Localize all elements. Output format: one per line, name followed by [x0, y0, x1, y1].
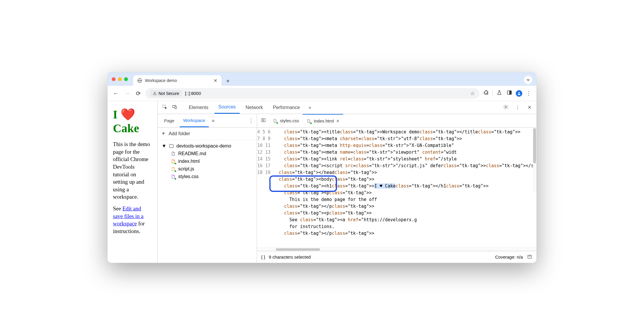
address-bar[interactable]: ⚠ Not Secure [::]:8000 ☆ — [145, 88, 480, 99]
browser-window: Workspace demo ✕ + ← → ⟳ ⚠ Not Secure [:… — [107, 72, 537, 263]
line-gutter: 4 5 6 7 8 9 10 11 12 13 14 15 16 17 18 1… — [257, 128, 273, 247]
globe-icon — [137, 78, 142, 83]
tree-file[interactable]: styles.css — [168, 173, 255, 180]
file-name: styles.css — [178, 174, 198, 179]
more-tabs-icon[interactable]: » — [306, 105, 314, 110]
file-tree: ▼ devtools-workspace-demo README.md inde… — [158, 140, 257, 183]
svg-point-6 — [505, 106, 507, 108]
nav-tab-page[interactable]: Page — [161, 114, 178, 127]
code-content[interactable]: class="tk-tag"><titleclass="tk-tag">>Wor… — [273, 128, 536, 247]
page-paragraph-1: This is the demo page for the official C… — [113, 140, 152, 201]
devtools-close-icon[interactable]: ✕ — [525, 105, 533, 110]
tree-file[interactable]: README.md — [168, 150, 255, 158]
divider — [493, 91, 493, 96]
security-label: Not Secure — [159, 91, 179, 96]
browser-toolbar: ← → ⟳ ⚠ Not Secure [::]:8000 ☆ ⋮ — [108, 86, 536, 101]
devtools-menu-icon[interactable]: ⋮ — [513, 105, 522, 110]
add-folder-button[interactable]: + Add folder — [158, 128, 257, 140]
file-icon — [171, 174, 176, 179]
close-window-icon[interactable] — [112, 77, 116, 81]
nav-more-icon[interactable]: » — [212, 118, 215, 124]
new-tab-button[interactable]: + — [223, 76, 233, 86]
file-name: README.md — [178, 151, 206, 156]
rendered-page: I ❤️ Cake This is the demo page for the … — [108, 101, 158, 263]
settings-gear-icon[interactable] — [502, 104, 510, 111]
device-toggle-icon[interactable] — [171, 104, 179, 111]
svg-point-2 — [518, 92, 520, 93]
navigator-panel: Page Workspace » ⋮ + Add folder ▼ — [158, 114, 257, 263]
navigator-tabs: Page Workspace » ⋮ — [158, 114, 257, 128]
folder-icon — [169, 143, 174, 149]
inspect-icon[interactable] — [161, 104, 169, 111]
extensions-icon[interactable] — [483, 90, 490, 97]
tab-close-icon[interactable]: ✕ — [213, 78, 217, 83]
tab-performance[interactable]: Performance — [269, 101, 304, 114]
tab-strip: Workspace demo ✕ + — [108, 72, 536, 86]
editor-tab-label: styles.css — [280, 118, 299, 123]
nav-menu-icon[interactable]: ⋮ — [248, 118, 254, 124]
devtools-panel: Elements Sources Network Performance » ⋮… — [158, 101, 536, 263]
labs-icon[interactable] — [496, 90, 503, 97]
security-chip[interactable]: ⚠ Not Secure — [150, 90, 182, 97]
menu-icon[interactable]: ⋮ — [525, 90, 532, 97]
bookmark-icon[interactable]: ☆ — [470, 90, 475, 97]
editor-tabs: styles.css index.html✕ — [257, 114, 536, 128]
maximize-window-icon[interactable] — [124, 77, 128, 81]
editor-panel: styles.css index.html✕ 4 5 6 7 8 9 10 11… — [257, 114, 536, 263]
chevron-down-icon: ▼ — [162, 143, 166, 149]
browser-tab[interactable]: Workspace demo ✕ — [133, 75, 221, 86]
file-icon — [171, 159, 176, 164]
minimize-window-icon[interactable] — [118, 77, 122, 81]
editor-statusbar: { } 9 characters selected Coverage: n/a — [257, 251, 536, 263]
vertical-scrollbar[interactable] — [533, 128, 536, 192]
file-icon — [171, 151, 176, 156]
devtools-tab-bar: Elements Sources Network Performance » ⋮… — [158, 101, 536, 114]
editor-tab[interactable]: index.html✕ — [303, 114, 343, 127]
forward-button[interactable]: → — [123, 90, 131, 97]
tab-elements[interactable]: Elements — [185, 101, 213, 114]
code-editor[interactable]: 4 5 6 7 8 9 10 11 12 13 14 15 16 17 18 1… — [257, 128, 536, 247]
tab-network[interactable]: Network — [241, 101, 267, 114]
coverage-status: Coverage: n/a — [495, 254, 523, 259]
p2-prefix: See — [113, 205, 122, 212]
svg-rect-5 — [175, 106, 176, 109]
back-button[interactable]: ← — [112, 90, 120, 97]
toggle-navigator-icon[interactable] — [259, 118, 268, 124]
side-panel-icon[interactable] — [506, 90, 513, 97]
file-icon — [171, 166, 176, 172]
plus-icon: + — [162, 130, 165, 137]
tab-sources[interactable]: Sources — [214, 101, 240, 114]
page-heading: I ❤️ Cake — [113, 108, 152, 135]
folder-name: devtools-workspace-demo — [176, 143, 231, 149]
format-icon[interactable]: { } — [261, 254, 265, 259]
editor-tab-label: index.html — [314, 118, 334, 123]
profile-avatar[interactable] — [516, 90, 522, 97]
warning-icon: ⚠ — [153, 91, 157, 96]
tree-folder[interactable]: ▼ devtools-workspace-demo — [159, 142, 255, 150]
window-controls — [112, 72, 131, 86]
tree-file[interactable]: index.html — [168, 158, 255, 165]
content-area: I ❤️ Cake This is the demo page for the … — [108, 101, 536, 263]
close-icon[interactable]: ✕ — [336, 119, 340, 123]
editor-tab[interactable]: styles.css — [269, 114, 303, 127]
drawer-toggle-icon[interactable] — [527, 254, 532, 260]
selection-status: 9 characters selected — [269, 254, 311, 259]
reload-button[interactable]: ⟳ — [134, 90, 142, 97]
page-paragraph-2: See Edit and save files in a workspace f… — [113, 205, 152, 235]
horizontal-scrollbar[interactable] — [257, 247, 536, 251]
tree-file[interactable]: script.js — [168, 165, 255, 173]
tab-search-button[interactable] — [524, 76, 532, 84]
add-folder-label: Add folder — [169, 131, 190, 136]
url-text: [::]:8000 — [185, 91, 201, 96]
file-name: index.html — [178, 159, 200, 164]
tab-title: Workspace demo — [145, 78, 177, 83]
svg-rect-1 — [510, 91, 511, 94]
nav-tab-workspace[interactable]: Workspace — [180, 114, 209, 127]
file-icon — [306, 118, 311, 124]
file-name: script.js — [178, 166, 194, 172]
file-icon — [272, 118, 278, 123]
